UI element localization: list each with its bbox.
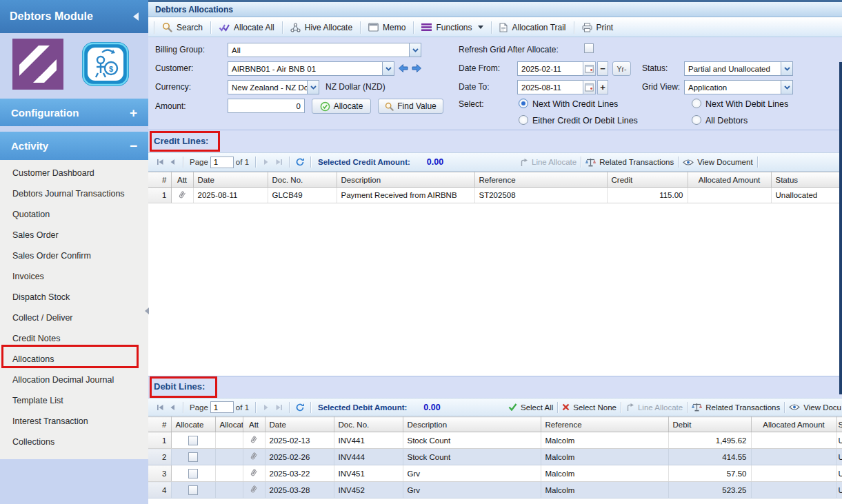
debit-line-allocate-button[interactable]: Line Allocate	[625, 403, 683, 412]
table-row[interactable]: 1 2025-08-11 GLCB49 Payment Received fro…	[148, 188, 842, 203]
first-page-button[interactable]	[154, 401, 166, 414]
radio-next-with-credit-lines[interactable]	[519, 99, 528, 108]
expand-icon[interactable]: +	[130, 106, 137, 119]
currency-suffix-label: NZ Dollar (NZD)	[325, 82, 385, 92]
panel-right-edge	[839, 62, 842, 394]
panel-collapse-handle-icon[interactable]	[145, 308, 149, 314]
selected-debit-amount-label: Selected Debit Amount:	[318, 403, 407, 412]
debit-header-row: # Allocate Allocat Att Date Doc. No. Des…	[148, 417, 842, 432]
allocate-row-checkbox[interactable]	[188, 452, 198, 462]
sidebar-item-interest-transaction[interactable]: Interest Transaction	[0, 411, 148, 432]
billing-group-select[interactable]: All	[228, 43, 421, 57]
sidebar-section-configuration[interactable]: Configuration +	[0, 99, 148, 126]
credit-related-transactions-button[interactable]: Related Transactions	[585, 158, 674, 167]
date-to-calendar-button[interactable]	[583, 80, 596, 94]
allocate-all-button[interactable]: Allocate All	[212, 20, 281, 35]
last-page-button[interactable]	[272, 401, 285, 414]
print-button[interactable]: Print	[576, 20, 620, 35]
credit-page-input[interactable]	[210, 157, 234, 168]
collapse-icon[interactable]: −	[130, 139, 137, 152]
search-button[interactable]: Search	[156, 20, 209, 35]
memo-button[interactable]: Memo	[362, 20, 412, 35]
sidebar-item-allocation-decimal-journal[interactable]: Allocation Decimal Journal	[0, 370, 148, 390]
toolbar-separator	[282, 21, 283, 34]
sidebar-item-quotation[interactable]: Quotation	[0, 204, 148, 225]
chevron-down-icon[interactable]	[409, 43, 421, 57]
functions-button[interactable]: Functions	[415, 20, 490, 35]
toolbar-separator	[360, 21, 361, 34]
chevron-down-icon[interactable]	[781, 62, 792, 75]
collapse-sidebar-icon[interactable]	[133, 12, 139, 21]
table-row[interactable]: 1 2025-02-13 INV441 Stock Count Malcolm …	[148, 432, 842, 449]
printer-icon	[582, 23, 592, 32]
grid-view-label: Grid View:	[642, 82, 680, 92]
date-from-calendar-button[interactable]	[583, 61, 596, 76]
select-all-button[interactable]: Select All	[508, 403, 553, 412]
selected-credit-amount-value: 0.00	[427, 157, 443, 167]
grid-view-select[interactable]: Application	[684, 80, 793, 94]
table-row[interactable]: 3 2025-03-22 INV451 Grv Malcolm 57.50 U	[148, 465, 842, 482]
year-decrement-button[interactable]: Yr-	[612, 61, 631, 76]
sidebar-item-credit-notes[interactable]: Credit Notes	[0, 328, 148, 349]
radio-next-with-debit-lines[interactable]	[692, 99, 701, 108]
sidebar-item-collect-deliver[interactable]: Collect / Deliver	[0, 308, 148, 328]
paperclip-icon[interactable]	[248, 434, 259, 445]
find-value-button[interactable]: Find Value	[378, 99, 443, 114]
paperclip-icon[interactable]	[248, 467, 259, 478]
allocate-button[interactable]: Allocate	[312, 99, 371, 114]
paperclip-icon[interactable]	[176, 188, 188, 200]
next-page-button[interactable]	[260, 401, 272, 414]
table-row[interactable]: 2 2025-02-26 INV444 Stock Count Malcolm …	[148, 449, 842, 465]
radio-all-debtors[interactable]	[692, 115, 701, 125]
sidebar-item-collections[interactable]: Collections	[0, 432, 148, 452]
debit-view-document-button[interactable]: View Docu	[789, 403, 841, 412]
refresh-grid-checkbox[interactable]	[584, 43, 594, 53]
previous-page-button[interactable]	[166, 401, 179, 414]
sidebar-section-activity[interactable]: Activity −	[0, 132, 148, 160]
currency-select[interactable]: New Zealand - NZ Doll	[228, 80, 319, 94]
next-page-button[interactable]	[260, 156, 272, 168]
section-label: Configuration	[11, 107, 79, 119]
refresh-icon[interactable]	[294, 156, 306, 168]
allocate-row-checkbox[interactable]	[188, 469, 198, 478]
sidebar-item-sales-order-confirm[interactable]: Sales Order Confirm	[0, 245, 148, 266]
table-row[interactable]: 4 2025-03-28 INV452 Grv Malcolm 523.25 U	[148, 482, 842, 498]
allocation-trail-button[interactable]: Allocation Trail	[493, 20, 572, 35]
radio-either-credit-or-debit-lines[interactable]	[519, 115, 528, 125]
sidebar-item-template-list[interactable]: Template List	[0, 390, 148, 411]
select-none-button[interactable]: Select None	[562, 403, 617, 412]
next-customer-arrow-icon[interactable]	[411, 63, 422, 73]
debit-page-input[interactable]	[210, 401, 234, 413]
allocate-row-checkbox[interactable]	[188, 436, 198, 445]
customer-label: Customer:	[155, 63, 193, 73]
sidebar-item-sales-order[interactable]: Sales Order	[0, 225, 148, 245]
sidebar-item-invoices[interactable]: Invoices	[0, 266, 148, 287]
sidebar-item-dispatch-stock[interactable]: Dispatch Stock	[0, 287, 148, 308]
refresh-icon[interactable]	[294, 401, 306, 414]
allocate-row-checkbox[interactable]	[188, 485, 198, 495]
first-page-button[interactable]	[154, 156, 166, 168]
sidebar-item-allocations[interactable]: Allocations	[0, 349, 148, 370]
amount-input[interactable]	[228, 99, 305, 113]
credit-line-allocate-button[interactable]: Line Allocate	[519, 158, 577, 167]
date-to-input[interactable]	[517, 80, 583, 94]
hive-allocate-button[interactable]: Hive Allocate	[284, 20, 359, 35]
previous-customer-arrow-icon[interactable]	[398, 63, 409, 73]
date-from-decrement-button[interactable]: −	[597, 61, 608, 76]
date-to-increment-button[interactable]: +	[597, 80, 608, 94]
status-select[interactable]: Partial and Unallocated	[684, 61, 793, 76]
chevron-down-icon[interactable]	[307, 81, 319, 94]
previous-page-button[interactable]	[166, 156, 179, 168]
credit-view-document-button[interactable]: View Document	[683, 158, 752, 166]
paperclip-icon[interactable]	[248, 450, 259, 462]
paperclip-icon[interactable]	[248, 483, 259, 495]
sidebar-item-customer-dashboard[interactable]: Customer Dashboard	[0, 163, 148, 183]
last-page-button[interactable]	[272, 156, 285, 168]
sidebar-item-debtors-journal-transactions[interactable]: Debtors Journal Transactions	[0, 183, 148, 204]
chevron-down-icon[interactable]	[382, 62, 394, 75]
date-from-input[interactable]	[517, 61, 583, 76]
customer-select[interactable]: AIRBNB01 - Air BNB 01	[228, 61, 394, 76]
chevron-down-icon[interactable]	[781, 81, 792, 94]
hive-icon	[290, 23, 301, 32]
debit-related-transactions-button[interactable]: Related Transactions	[692, 403, 780, 412]
